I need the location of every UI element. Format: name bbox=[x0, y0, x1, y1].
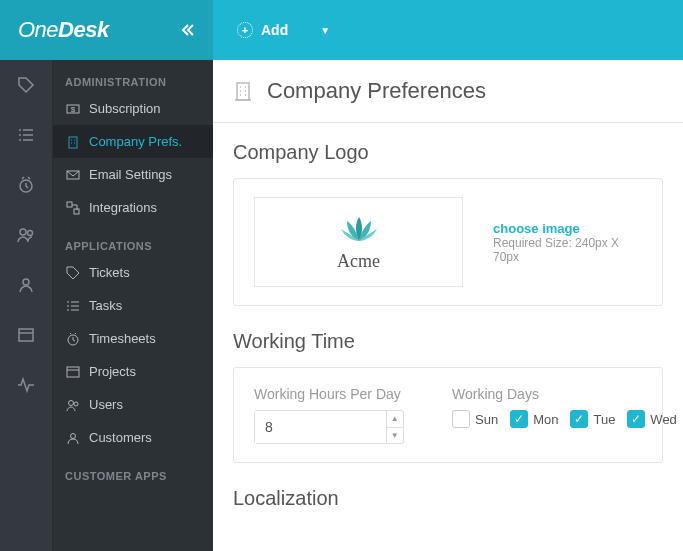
clock-icon bbox=[65, 332, 80, 346]
sidebar-item-label: Customers bbox=[89, 430, 152, 445]
building-icon bbox=[233, 80, 253, 102]
list-icon bbox=[65, 299, 80, 313]
chevron-down-icon[interactable]: ▼ bbox=[320, 25, 330, 36]
sidebar-item-label: Integrations bbox=[89, 200, 157, 215]
sidebar-item-subscription[interactable]: $Subscription bbox=[53, 92, 213, 125]
users-icon bbox=[65, 398, 80, 412]
working-days-label: Working Days bbox=[452, 386, 677, 402]
day-wed: ✓Wed bbox=[627, 410, 677, 428]
localization-section: Localization bbox=[213, 469, 683, 530]
integrations-icon bbox=[65, 201, 80, 215]
sidebar-group-applications: APPLICATIONS bbox=[53, 224, 213, 256]
sidebar-item-tickets[interactable]: Tickets bbox=[53, 256, 213, 289]
icon-rail bbox=[0, 60, 53, 551]
sidebar-item-label: Email Settings bbox=[89, 167, 172, 182]
tag-icon bbox=[65, 266, 80, 280]
sidebar-item-integrations[interactable]: Integrations bbox=[53, 191, 213, 224]
svg-rect-12 bbox=[67, 367, 79, 377]
working-hours-input[interactable] bbox=[255, 411, 386, 443]
sidebar-item-email-settings[interactable]: Email Settings bbox=[53, 158, 213, 191]
rail-projects[interactable] bbox=[0, 310, 52, 360]
building-icon bbox=[65, 135, 80, 149]
logo-area: OneDesk bbox=[0, 0, 213, 60]
rail-tasks[interactable] bbox=[0, 110, 52, 160]
company-logo-preview: Acme bbox=[254, 197, 463, 287]
customer-icon bbox=[65, 431, 80, 445]
working-hours-input-wrap: ▲ ▼ bbox=[254, 410, 404, 444]
lotus-icon bbox=[337, 213, 381, 247]
chevron-double-left-icon bbox=[181, 23, 195, 37]
rail-timesheets[interactable] bbox=[0, 160, 52, 210]
people-icon bbox=[17, 276, 35, 294]
sidebar-group-admin: ADMINISTRATION bbox=[53, 60, 213, 92]
svg-rect-9 bbox=[67, 202, 72, 207]
rail-users[interactable] bbox=[0, 210, 52, 260]
choose-image-link[interactable]: choose image bbox=[493, 221, 642, 236]
svg-rect-16 bbox=[237, 83, 249, 100]
activity-icon bbox=[17, 376, 35, 394]
checkbox-tue[interactable]: ✓ bbox=[570, 410, 588, 428]
svg-point-14 bbox=[74, 402, 78, 406]
clock-icon bbox=[17, 176, 35, 194]
mail-icon bbox=[65, 168, 80, 182]
sidebar-item-label: Tasks bbox=[89, 298, 122, 313]
project-icon bbox=[65, 365, 80, 379]
add-label: Add bbox=[261, 22, 288, 38]
logo-card: Acme choose image Required Size: 240px X… bbox=[233, 178, 663, 306]
sidebar-item-users[interactable]: Users bbox=[53, 388, 213, 421]
logo-company-name: Acme bbox=[337, 251, 380, 272]
working-days-row: Sun ✓Mon ✓Tue ✓Wed bbox=[452, 410, 677, 428]
rail-activity[interactable] bbox=[0, 360, 52, 410]
sidebar-item-label: Timesheets bbox=[89, 331, 156, 346]
checkbox-sun[interactable] bbox=[452, 410, 470, 428]
sidebar-item-company-prefs[interactable]: Company Prefs. bbox=[53, 125, 213, 158]
svg-rect-7 bbox=[69, 137, 77, 148]
plus-circle-icon: + bbox=[237, 22, 253, 38]
topbar: OneDesk + Add ▼ bbox=[0, 0, 683, 60]
working-hours-label: Working Hours Per Day bbox=[254, 386, 404, 402]
page-title: Company Preferences bbox=[267, 78, 486, 104]
required-size-text: Required Size: 240px X 70px bbox=[493, 236, 642, 264]
spinner-up[interactable]: ▲ bbox=[387, 411, 403, 428]
page-header: Company Preferences bbox=[213, 60, 683, 123]
svg-point-2 bbox=[28, 231, 33, 236]
sidebar-item-tasks[interactable]: Tasks bbox=[53, 289, 213, 322]
money-icon: $ bbox=[65, 102, 80, 116]
sidebar-item-timesheets[interactable]: Timesheets bbox=[53, 322, 213, 355]
svg-point-1 bbox=[20, 229, 26, 235]
sidebar-item-projects[interactable]: Projects bbox=[53, 355, 213, 388]
add-menu[interactable]: + Add ▼ bbox=[213, 22, 354, 38]
svg-point-15 bbox=[70, 433, 75, 438]
sidebar-item-label: Users bbox=[89, 397, 123, 412]
svg-rect-4 bbox=[19, 329, 33, 341]
sidebar-item-label: Subscription bbox=[89, 101, 161, 116]
svg-point-3 bbox=[23, 279, 29, 285]
sidebar-item-customers[interactable]: Customers bbox=[53, 421, 213, 454]
rail-tickets[interactable] bbox=[0, 60, 52, 110]
day-sun: Sun bbox=[452, 410, 498, 428]
working-time-card: Working Hours Per Day ▲ ▼ Working Days bbox=[233, 367, 663, 463]
users-icon bbox=[17, 226, 35, 244]
svg-text:$: $ bbox=[70, 105, 75, 114]
brand-logo: OneDesk bbox=[18, 17, 109, 43]
checkbox-mon[interactable]: ✓ bbox=[510, 410, 528, 428]
rail-customers[interactable] bbox=[0, 260, 52, 310]
section-title: Localization bbox=[233, 487, 663, 510]
collapse-sidebar-button[interactable] bbox=[181, 23, 195, 37]
tag-icon bbox=[17, 76, 35, 94]
add-button[interactable]: + Add bbox=[237, 22, 288, 38]
day-tue: ✓Tue bbox=[570, 410, 615, 428]
sidebar-item-label: Tickets bbox=[89, 265, 130, 280]
list-icon bbox=[17, 126, 35, 144]
sidebar-item-label: Company Prefs. bbox=[89, 134, 182, 149]
project-icon bbox=[17, 326, 35, 344]
checkbox-wed[interactable]: ✓ bbox=[627, 410, 645, 428]
section-title: Company Logo bbox=[233, 141, 663, 164]
sidebar-group-customer-apps: CUSTOMER APPS bbox=[53, 454, 213, 486]
working-time-section: Working Time Working Hours Per Day ▲ ▼ bbox=[213, 312, 683, 469]
main-content: Company Preferences Company Logo Acme bbox=[213, 60, 683, 551]
sidebar-item-label: Projects bbox=[89, 364, 136, 379]
day-mon: ✓Mon bbox=[510, 410, 558, 428]
sidebar: ADMINISTRATION $Subscription Company Pre… bbox=[53, 60, 213, 551]
spinner-down[interactable]: ▼ bbox=[387, 428, 403, 444]
